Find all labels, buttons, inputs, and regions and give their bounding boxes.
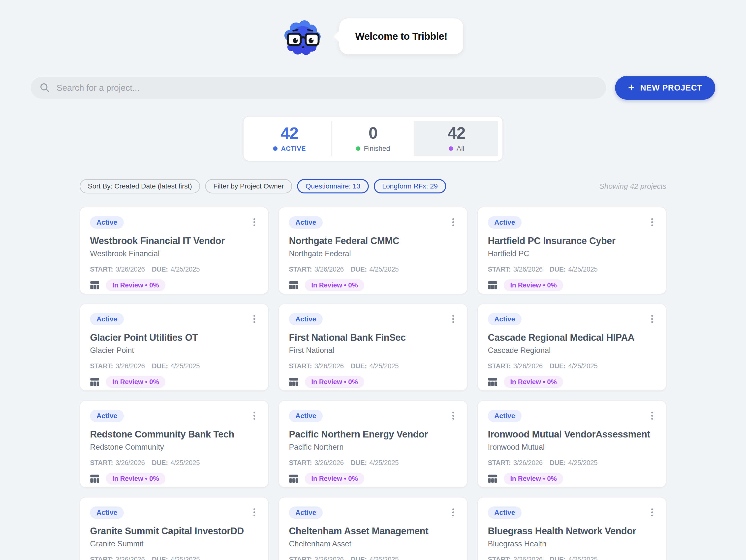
project-client: First National xyxy=(289,346,457,355)
status-badge: Active xyxy=(90,410,124,422)
stat-label: Finished xyxy=(364,145,390,152)
project-grid: Active Westbrook Financial IT Vendor Wes… xyxy=(80,207,666,560)
kebab-menu-icon[interactable] xyxy=(251,313,258,325)
project-card[interactable]: Active Cascade Regional Medical HIPAA Ca… xyxy=(478,304,666,391)
start-label: START: xyxy=(289,265,312,273)
search-row: + NEW PROJECT xyxy=(0,76,746,100)
kebab-menu-icon[interactable] xyxy=(251,410,258,422)
search-input[interactable] xyxy=(57,83,597,93)
start-date: 3/26/2026 xyxy=(513,459,543,467)
progress-badge: In Review • 0% xyxy=(106,279,165,291)
project-client: Glacier Point xyxy=(90,346,258,355)
start-date: 3/26/2026 xyxy=(314,265,344,273)
stat-dot xyxy=(449,146,453,151)
project-card[interactable]: Active Hartfield PC Insurance Cyber Hart… xyxy=(478,207,666,294)
project-dates: START: 3/26/2026 DUE: 4/25/2025 xyxy=(289,265,457,273)
project-card[interactable]: Active Glacier Point Utilities OT Glacie… xyxy=(80,304,268,391)
kebab-menu-icon[interactable] xyxy=(449,506,457,518)
project-client: Pacific Northern xyxy=(289,443,457,452)
project-client: Cheltenham Asset xyxy=(289,539,457,548)
project-dates: START: 3/26/2026 DUE: 4/25/2025 xyxy=(488,362,656,370)
project-title: Pacific Northern Energy Vendor xyxy=(289,429,457,440)
due-date: 4/25/2025 xyxy=(369,459,399,467)
progress-badge: In Review • 0% xyxy=(106,473,165,485)
stat-tab-all[interactable]: 42 All xyxy=(415,121,498,156)
questionnaire-chip[interactable]: Questionnaire: 13 xyxy=(297,179,369,193)
start-label: START: xyxy=(289,362,312,370)
new-project-button[interactable]: + NEW PROJECT xyxy=(615,76,715,100)
project-card[interactable]: Active Granite Summit Capital InvestorDD… xyxy=(80,497,268,560)
kebab-menu-icon[interactable] xyxy=(449,313,457,325)
kebab-menu-icon[interactable] xyxy=(449,216,457,228)
start-label: START: xyxy=(90,265,113,273)
stat-tab-finished[interactable]: 0 Finished xyxy=(331,121,415,156)
due-date: 4/25/2025 xyxy=(170,265,200,273)
start-label: START: xyxy=(488,265,511,273)
kebab-menu-icon[interactable] xyxy=(648,410,656,422)
stat-label: All xyxy=(457,145,464,152)
project-title: Hartfield PC Insurance Cyber xyxy=(488,235,656,246)
due-label: DUE: xyxy=(152,362,168,370)
project-card[interactable]: Active Ironwood Mutual VendorAssessment … xyxy=(478,400,666,487)
project-card[interactable]: Active Westbrook Financial IT Vendor Wes… xyxy=(80,207,268,294)
owner-filter-chip[interactable]: Filter by Project Owner xyxy=(205,179,292,193)
due-label: DUE: xyxy=(351,362,367,370)
kebab-menu-icon[interactable] xyxy=(449,410,457,422)
kebab-menu-icon[interactable] xyxy=(648,216,656,228)
start-label: START: xyxy=(488,362,511,370)
project-client: Ironwood Mutual xyxy=(488,443,656,452)
project-card[interactable]: Active Bluegrass Health Network Vendor B… xyxy=(478,497,666,560)
project-client: Granite Summit xyxy=(90,539,258,548)
kebab-menu-icon[interactable] xyxy=(251,506,258,518)
stat-tab-active[interactable]: 42 ACTIVE xyxy=(248,121,331,156)
filter-toolbar: Sort By: Created Date (latest first) Fil… xyxy=(80,179,666,193)
sort-chip[interactable]: Sort By: Created Date (latest first) xyxy=(80,179,200,193)
due-date: 4/25/2025 xyxy=(568,265,598,273)
longform-rfx-chip[interactable]: Longform RFx: 29 xyxy=(374,179,446,193)
project-card[interactable]: Active First National Bank FinSec First … xyxy=(279,304,467,391)
project-card[interactable]: Active Redstone Community Bank Tech Reds… xyxy=(80,400,268,487)
start-date: 3/26/2026 xyxy=(116,362,145,370)
project-client: Cascade Regional xyxy=(488,346,656,355)
kebab-menu-icon[interactable] xyxy=(251,216,258,228)
project-title: Redstone Community Bank Tech xyxy=(90,429,258,440)
status-badge: Active xyxy=(488,313,521,326)
project-title: Glacier Point Utilities OT xyxy=(90,332,258,343)
start-label: START: xyxy=(488,556,511,560)
project-title: First National Bank FinSec xyxy=(289,332,457,343)
due-date: 4/25/2025 xyxy=(568,556,598,560)
progress-badge: In Review • 0% xyxy=(305,279,364,291)
status-badge: Active xyxy=(488,506,521,519)
due-label: DUE: xyxy=(550,556,566,560)
start-label: START: xyxy=(90,459,113,467)
welcome-bubble: Welcome to Tribble! xyxy=(339,18,463,54)
status-badge: Active xyxy=(289,216,323,229)
project-title: Cheltenham Asset Management xyxy=(289,526,457,536)
table-columns-icon xyxy=(289,281,298,289)
kebab-menu-icon[interactable] xyxy=(648,313,656,325)
project-card[interactable]: Active Northgate Federal CMMC Northgate … xyxy=(279,207,467,294)
project-title: Granite Summit Capital InvestorDD xyxy=(90,526,258,536)
due-label: DUE: xyxy=(351,556,367,560)
project-card[interactable]: Active Pacific Northern Energy Vendor Pa… xyxy=(279,400,467,487)
due-label: DUE: xyxy=(152,556,168,560)
start-date: 3/26/2026 xyxy=(513,265,543,273)
progress-badge: In Review • 0% xyxy=(504,279,563,291)
due-date: 4/25/2025 xyxy=(568,362,598,370)
start-date: 3/26/2026 xyxy=(314,556,344,560)
showing-count: Showing 42 projects xyxy=(599,182,666,191)
due-date: 4/25/2025 xyxy=(170,556,200,560)
table-columns-icon xyxy=(90,474,99,483)
search-bar[interactable] xyxy=(31,77,606,99)
start-date: 3/26/2026 xyxy=(513,362,543,370)
progress-badge: In Review • 0% xyxy=(106,376,165,388)
kebab-menu-icon[interactable] xyxy=(648,506,656,518)
welcome-text: Welcome to Tribble! xyxy=(355,31,448,42)
start-label: START: xyxy=(289,556,312,560)
project-card[interactable]: Active Cheltenham Asset Management Chelt… xyxy=(279,497,467,560)
due-label: DUE: xyxy=(152,265,168,273)
status-badge: Active xyxy=(289,410,323,422)
start-date: 3/26/2026 xyxy=(116,556,145,560)
project-client: Hartfield PC xyxy=(488,249,656,258)
project-dates: START: 3/26/2026 DUE: 4/25/2025 xyxy=(90,556,258,560)
